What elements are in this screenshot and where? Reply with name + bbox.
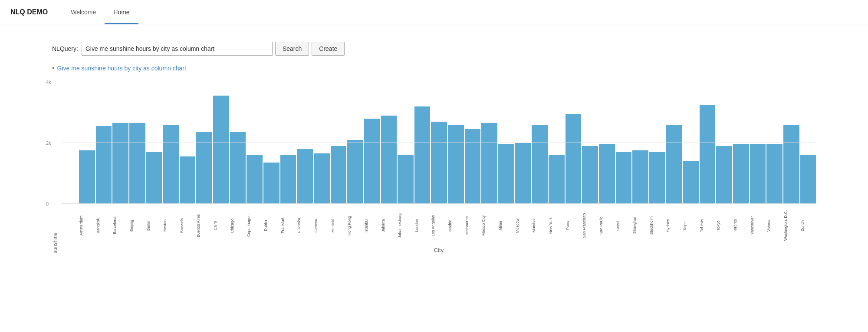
bar-group	[616, 152, 632, 204]
x-label: Tokyo	[716, 206, 732, 245]
bar	[448, 125, 464, 204]
bar	[549, 155, 565, 204]
x-label: Barcelona	[112, 206, 128, 245]
bar	[196, 132, 212, 204]
bar	[112, 123, 128, 204]
x-label: Dublin	[263, 206, 279, 245]
bar	[129, 123, 145, 204]
bar-group	[196, 132, 212, 204]
x-label: Chicago	[230, 206, 246, 245]
bar	[297, 149, 313, 204]
bar-group	[700, 105, 716, 204]
x-label: Buenos Aires	[196, 206, 212, 245]
bars-wrapper: 4k2k0	[62, 83, 816, 204]
nav-tabs: Welcome Home	[62, 0, 138, 24]
x-label: Brussels	[180, 206, 196, 245]
bar	[783, 125, 799, 204]
bar-group	[683, 161, 699, 204]
query-label: NLQuery:	[52, 45, 78, 52]
bar	[800, 155, 816, 204]
bar-group	[347, 140, 363, 204]
bar-group	[96, 126, 112, 204]
x-label: Vancouver	[750, 206, 766, 245]
bar	[230, 132, 246, 204]
bar	[431, 122, 447, 204]
chart-container: sunshine 4k2k0 AmsterdamBangkokBarcelona…	[52, 83, 816, 253]
bar-group	[431, 122, 447, 204]
chart-inner: sunshine 4k2k0 AmsterdamBangkokBarcelona…	[52, 83, 816, 253]
x-label: Amsterdam	[79, 206, 95, 245]
x-label: Washington, D.C.	[783, 206, 799, 245]
x-label: Frankfurt	[280, 206, 296, 245]
bar	[532, 125, 548, 204]
x-label: Hong Kong	[347, 206, 363, 245]
search-button[interactable]: Search	[275, 42, 309, 56]
x-label: Madrid	[448, 206, 464, 245]
bar	[481, 123, 497, 204]
create-button[interactable]: Create	[312, 42, 345, 56]
bar	[733, 144, 749, 204]
tab-welcome[interactable]: Welcome	[62, 0, 105, 24]
x-label: Copenhagen	[247, 206, 263, 245]
x-label: San Francisco	[582, 206, 598, 245]
bar	[146, 152, 162, 204]
bar	[465, 129, 481, 204]
x-label: Berlin	[146, 206, 162, 245]
x-label: Zurich	[800, 206, 816, 245]
bar-group	[515, 143, 531, 204]
bar-group	[800, 155, 816, 204]
x-label: Tel Aviv	[700, 206, 716, 245]
bar-group	[112, 123, 128, 204]
bar-group	[599, 144, 615, 204]
x-label: Shanghai	[632, 206, 648, 245]
bar	[213, 96, 229, 204]
bar-group	[481, 123, 497, 204]
bar	[263, 163, 279, 204]
bar	[666, 125, 682, 204]
bar	[616, 152, 632, 204]
bar-group	[766, 144, 783, 204]
bar	[180, 156, 196, 204]
bar-group	[297, 149, 313, 204]
bar	[247, 155, 263, 204]
x-label: Beijing	[129, 206, 145, 245]
bar	[766, 144, 783, 204]
x-label: Bangkok	[96, 206, 112, 245]
x-label: Geneva	[314, 206, 330, 245]
bar-group	[733, 144, 749, 204]
bar-group	[750, 144, 766, 204]
nlquery-input[interactable]	[82, 42, 273, 56]
bar-group	[314, 153, 330, 204]
app-logo: NLQ DEMO	[10, 8, 48, 16]
x-label: Johannesburg	[398, 206, 414, 245]
bar	[566, 114, 582, 204]
bar	[683, 161, 699, 204]
bar	[515, 143, 531, 204]
bar-group	[381, 116, 397, 204]
x-label: Istanbul	[364, 206, 380, 245]
x-label: Taipei	[683, 206, 699, 245]
x-label: Toronto	[733, 206, 749, 245]
bar-group	[465, 129, 481, 204]
x-label: Cairo	[213, 206, 229, 245]
bar	[314, 153, 330, 204]
bar	[331, 146, 347, 204]
tab-home[interactable]: Home	[105, 0, 138, 24]
bar	[649, 152, 665, 204]
bar-group	[448, 125, 464, 204]
x-label: Vienna	[766, 206, 783, 245]
bar-group	[146, 152, 162, 204]
x-label: Fukuoka	[297, 206, 313, 245]
bar	[79, 150, 95, 204]
bar-group	[716, 146, 732, 204]
bar-group	[79, 150, 95, 204]
bar	[498, 144, 514, 204]
query-row: NLQuery: Search Create	[52, 42, 816, 56]
bar-group	[364, 119, 380, 204]
main-content: NLQuery: Search Create Give me sunshine …	[0, 24, 868, 271]
bar-group	[414, 106, 431, 204]
result-link[interactable]: Give me sunshine hours by city as column…	[52, 64, 816, 72]
x-label: Jakarta	[381, 206, 397, 245]
bar-group	[163, 125, 179, 204]
x-label: Los Angeles	[431, 206, 447, 245]
